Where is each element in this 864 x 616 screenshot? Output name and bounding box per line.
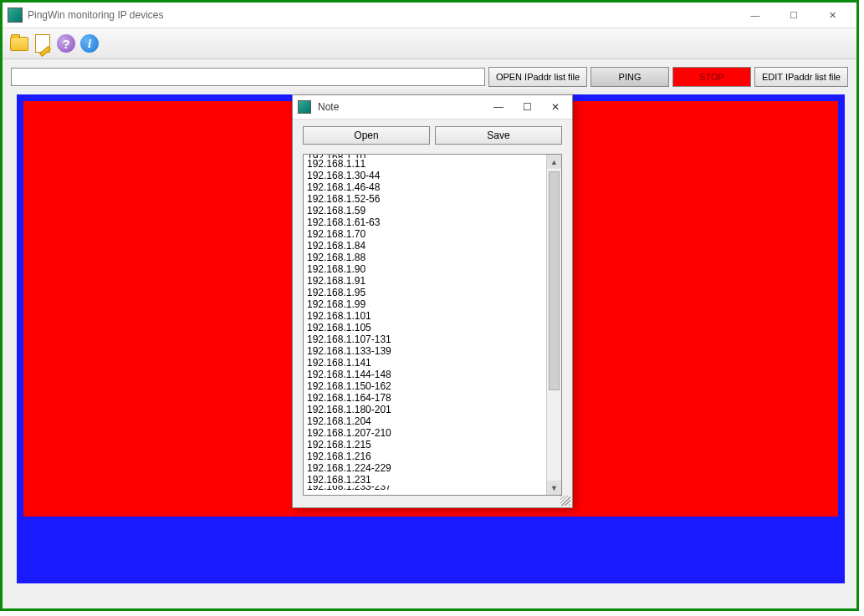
info-icon[interactable]: i <box>79 33 100 53</box>
main-toolbar: ? i <box>3 28 856 59</box>
controls-row: OPEN IPaddr list file PING STOP EDIT IPa… <box>3 59 856 94</box>
list-item[interactable]: 192.168.1.95 <box>307 287 543 298</box>
list-item[interactable]: 192.168.1.30-44 <box>307 170 543 181</box>
list-item[interactable]: 192.168.1.224-229 <box>307 462 543 474</box>
ip-list-view[interactable]: 192.168.1.10192.168.1.11192.168.1.30-441… <box>304 155 546 495</box>
list-item[interactable]: 192.168.1.180-201 <box>307 404 543 415</box>
list-item[interactable]: 192.168.1.46-48 <box>307 181 543 193</box>
app-icon <box>8 8 23 23</box>
list-item[interactable]: 192.168.1.90 <box>307 263 543 275</box>
list-item[interactable]: 192.168.1.216 <box>307 451 543 462</box>
ping-button[interactable]: PING <box>590 67 669 87</box>
scroll-thumb[interactable] <box>549 171 560 390</box>
list-item[interactable]: 192.168.1.231 <box>307 474 543 486</box>
note-open-button[interactable]: Open <box>303 126 430 145</box>
note-titlebar[interactable]: Note — ☐ ✕ <box>293 95 572 120</box>
note-dialog[interactable]: Note — ☐ ✕ Open Save 192.168.1.10192.168… <box>292 94 573 508</box>
edit-ip-list-button[interactable]: EDIT IPaddr list file <box>754 67 848 87</box>
help-icon[interactable]: ? <box>56 33 76 53</box>
maximize-button[interactable]: ☐ <box>775 3 813 27</box>
ip-list-path-input[interactable] <box>11 68 485 86</box>
list-item[interactable]: 192.168.1.52-56 <box>307 193 543 205</box>
list-item[interactable]: 192.168.1.133-139 <box>307 345 543 357</box>
window-title: PingWin monitoring IP devices <box>28 9 736 21</box>
note-title: Note <box>318 101 490 113</box>
scroll-down-icon[interactable]: ▼ <box>547 481 561 495</box>
list-item[interactable]: 192.168.1.164-178 <box>307 392 543 404</box>
note-close-button[interactable]: ✕ <box>547 101 564 113</box>
list-item[interactable]: 192.168.1.141 <box>307 357 543 369</box>
note-scrollbar[interactable]: ▲ ▼ <box>546 155 561 495</box>
open-ip-list-button[interactable]: OPEN IPaddr list file <box>488 67 587 87</box>
list-item[interactable]: 192.168.1.59 <box>307 205 543 216</box>
note-buttons-row: Open Save <box>293 120 572 151</box>
list-item[interactable]: 192.168.1.88 <box>307 252 543 263</box>
list-item[interactable]: 192.168.1.233-237 <box>307 486 543 492</box>
edit-note-icon[interactable] <box>33 33 53 53</box>
list-item[interactable]: 192.168.1.84 <box>307 240 543 252</box>
list-item[interactable]: 192.168.1.11 <box>307 158 543 170</box>
main-window: PingWin monitoring IP devices — ☐ ✕ ? i … <box>0 0 859 611</box>
note-maximize-button[interactable]: ☐ <box>519 101 535 113</box>
list-item[interactable]: 192.168.1.150-162 <box>307 380 543 392</box>
list-item[interactable]: 192.168.1.101 <box>307 310 543 322</box>
scroll-up-icon[interactable]: ▲ <box>547 155 561 169</box>
list-item[interactable]: 192.168.1.204 <box>307 415 543 427</box>
list-item[interactable]: 192.168.1.61-63 <box>307 216 543 228</box>
note-minimize-button[interactable]: — <box>490 101 507 113</box>
list-item[interactable]: 192.168.1.144-148 <box>307 369 543 380</box>
close-button[interactable]: ✕ <box>813 3 851 27</box>
list-item[interactable]: 192.168.1.99 <box>307 298 543 310</box>
list-item[interactable]: 192.168.1.215 <box>307 439 543 451</box>
main-titlebar[interactable]: PingWin monitoring IP devices — ☐ ✕ <box>3 3 856 28</box>
note-save-button[interactable]: Save <box>435 126 562 145</box>
resize-grip-icon[interactable] <box>560 496 570 506</box>
open-folder-icon[interactable] <box>9 33 29 53</box>
note-app-icon <box>298 100 311 114</box>
stop-button[interactable]: STOP <box>672 67 751 87</box>
list-item[interactable]: 192.168.1.105 <box>307 322 543 333</box>
list-item[interactable]: 192.168.1.91 <box>307 275 543 287</box>
minimize-button[interactable]: — <box>736 3 775 27</box>
note-textarea[interactable]: 192.168.1.10192.168.1.11192.168.1.30-441… <box>303 154 562 496</box>
list-item[interactable]: 192.168.1.70 <box>307 228 543 240</box>
list-item[interactable]: 192.168.1.207-210 <box>307 427 543 439</box>
list-item[interactable]: 192.168.1.107-131 <box>307 333 543 345</box>
